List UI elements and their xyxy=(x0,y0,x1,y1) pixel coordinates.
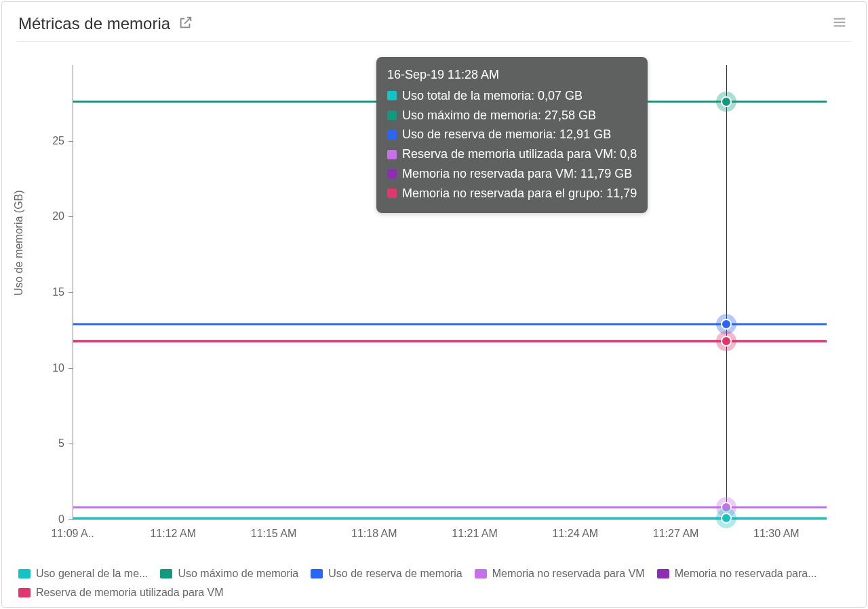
x-tick-label: 11:18 AM xyxy=(351,528,397,540)
legend-swatch xyxy=(160,569,172,578)
legend-item[interactable]: Reserva de memoria utilizada para VM xyxy=(18,587,224,599)
series-line xyxy=(73,507,827,509)
x-tick-label: 11:09 A.. xyxy=(51,528,94,540)
y-tick xyxy=(68,216,73,217)
tooltip-row: Uso máximo de memoria: 27,58 GB xyxy=(387,106,637,125)
tooltip-row: Reserva de memoria utilizada para VM: 0,… xyxy=(387,144,637,164)
x-tick-label: 11:24 AM xyxy=(553,528,599,540)
x-tick-label: 11:12 AM xyxy=(150,528,196,540)
x-tick-label: 11:27 AM xyxy=(653,528,699,540)
legend-label: Memoria no reservada para... xyxy=(675,568,817,580)
tooltip-row-label: Uso de reserva de memoria: 12,91 GB xyxy=(402,125,611,144)
hover-crosshair xyxy=(726,65,727,519)
series-line xyxy=(73,323,827,325)
external-link-icon[interactable] xyxy=(178,15,193,33)
y-tick-label: 5 xyxy=(17,437,64,450)
metrics-panel: Métricas de memoria Uso de memoria (GB) … xyxy=(1,1,867,608)
x-tick-label: 11:30 AM xyxy=(753,528,800,540)
legend-swatch xyxy=(475,569,487,578)
legend-swatch xyxy=(18,588,31,597)
chart-tooltip: 16-Sep-19 11:28 AMUso total de la memori… xyxy=(376,57,648,213)
y-tick-label: 0 xyxy=(17,513,64,526)
y-tick-label: 25 xyxy=(17,135,64,147)
y-tick-label: 20 xyxy=(17,210,64,222)
legend-item[interactable]: Uso general de la me... xyxy=(18,568,148,580)
y-tick xyxy=(68,292,73,293)
color-swatch xyxy=(387,189,397,198)
header-divider xyxy=(17,41,851,42)
legend-swatch xyxy=(657,569,669,578)
svg-rect-1 xyxy=(834,22,846,23)
legend-item[interactable]: Memoria no reservada para... xyxy=(657,568,817,580)
series-line xyxy=(73,517,827,519)
hover-marker xyxy=(721,336,732,347)
hamburger-menu-icon[interactable] xyxy=(832,15,850,33)
series-line xyxy=(73,340,827,342)
hover-marker xyxy=(721,319,732,330)
chart-legend: Uso general de la me...Uso máximo de mem… xyxy=(18,568,850,599)
color-swatch xyxy=(387,91,397,100)
plot-surface[interactable]: 051015202511:09 A..11:12 AM11:15 AM11:18… xyxy=(17,45,852,560)
legend-swatch xyxy=(18,569,31,578)
color-swatch xyxy=(387,169,397,178)
chart-area[interactable]: Uso de memoria (GB) 051015202511:09 A..1… xyxy=(17,45,852,560)
color-swatch xyxy=(387,111,397,120)
tooltip-row-label: Reserva de memoria utilizada para VM: 0,… xyxy=(402,144,637,164)
tooltip-row-label: Uso total de la memoria: 0,07 GB xyxy=(402,86,583,106)
color-swatch xyxy=(387,150,397,159)
x-axis xyxy=(73,519,827,520)
tooltip-row-label: Uso máximo de memoria: 27,58 GB xyxy=(402,106,596,125)
legend-label: Memoria no reservada para VM xyxy=(492,568,645,580)
y-tick-label: 15 xyxy=(17,286,64,298)
color-swatch xyxy=(387,130,397,140)
x-tick-label: 11:15 AM xyxy=(251,528,297,540)
tooltip-row: Uso de reserva de memoria: 12,91 GB xyxy=(387,125,637,144)
tooltip-row: Memoria no reservada para VM: 11,79 GB xyxy=(387,164,637,184)
legend-item[interactable]: Uso de reserva de memoria xyxy=(311,568,462,580)
y-tick xyxy=(68,444,73,444)
tooltip-row: Memoria no reservada para el grupo: 11,7… xyxy=(387,184,637,203)
hover-marker xyxy=(721,513,732,524)
legend-label: Uso general de la me... xyxy=(36,568,148,580)
legend-item[interactable]: Memoria no reservada para VM xyxy=(475,568,645,580)
tooltip-row-label: Memoria no reservada para VM: 11,79 GB xyxy=(402,164,632,184)
tooltip-timestamp: 16-Sep-19 11:28 AM xyxy=(387,65,637,85)
legend-swatch xyxy=(311,569,323,578)
panel-header: Métricas de memoria xyxy=(2,2,866,37)
legend-item[interactable]: Uso máximo de memoria xyxy=(160,568,298,580)
x-tick-label: 11:21 AM xyxy=(452,528,498,540)
svg-rect-2 xyxy=(834,25,846,26)
y-tick-label: 10 xyxy=(17,362,64,374)
legend-label: Reserva de memoria utilizada para VM xyxy=(36,587,224,599)
legend-label: Uso de reserva de memoria xyxy=(328,568,462,580)
legend-label: Uso máximo de memoria xyxy=(178,568,298,580)
panel-title: Métricas de memoria xyxy=(18,14,170,33)
y-tick xyxy=(68,141,73,142)
y-tick xyxy=(68,368,73,369)
hover-marker xyxy=(721,96,732,107)
tooltip-row-label: Memoria no reservada para el grupo: 11,7… xyxy=(402,184,637,203)
svg-rect-0 xyxy=(834,18,846,20)
tooltip-row: Uso total de la memoria: 0,07 GB xyxy=(387,86,637,106)
